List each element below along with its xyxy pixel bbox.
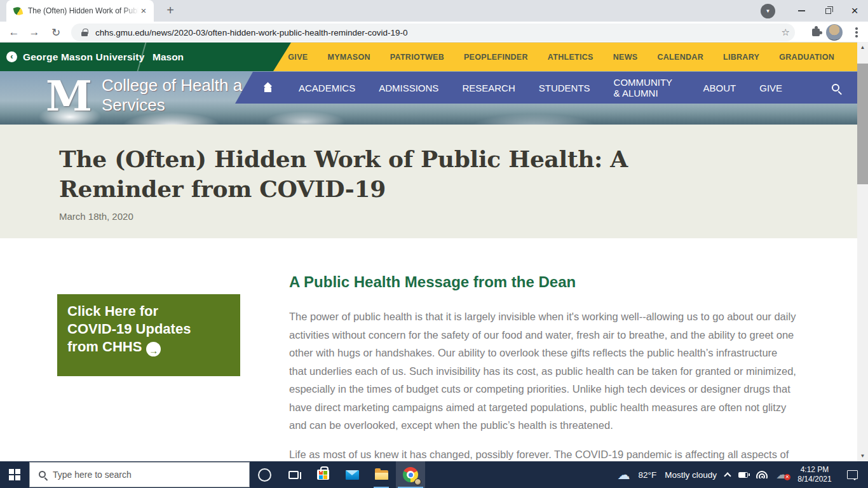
- url-text[interactable]: chhs.gmu.edu/news/2020-03/often-hidden-w…: [95, 28, 408, 37]
- mail-envelope-icon: [346, 470, 359, 480]
- search-icon: [39, 471, 46, 478]
- main-navigation: ACADEMICS ADMISSIONS RESEARCH STUDENTS C…: [235, 72, 857, 104]
- page-scrollbar[interactable]: ▲ ▼: [857, 42, 868, 461]
- browser-menu-kebab-icon[interactable]: [848, 24, 865, 41]
- home-icon[interactable]: [263, 84, 273, 92]
- topbar-link-patriotweb[interactable]: PATRIOTWEB: [390, 53, 444, 62]
- back-chevron-circle-icon[interactable]: ‹: [6, 51, 17, 62]
- extensions-puzzle-icon[interactable]: [807, 24, 825, 41]
- clock-time: 4:12 PM: [796, 465, 834, 475]
- action-center-icon[interactable]: [847, 470, 858, 479]
- store-bag-icon: [317, 470, 329, 480]
- window-restore-button[interactable]: [815, 0, 841, 22]
- https-lock-icon[interactable]: [81, 32, 88, 36]
- nav-item-about[interactable]: ABOUT: [703, 83, 736, 93]
- nav-item-give[interactable]: GIVE: [759, 83, 782, 93]
- covid-updates-cta-button[interactable]: Click Here for COVID-19 Updates from CHH…: [57, 294, 240, 376]
- profile-avatar[interactable]: [826, 24, 843, 41]
- page-title: The (Often) Hidden Work of Public Health…: [59, 144, 742, 204]
- browser-update-chevron-icon[interactable]: ▼: [761, 4, 775, 18]
- browser-toolbar: ← → ↻ chhs.gmu.edu/news/2020-03/often-hi…: [0, 22, 868, 43]
- new-tab-button[interactable]: +: [163, 3, 178, 18]
- system-tray: ☁ 82°F Mostly cloudy ☁✕ 4:12 PM 8/14/202…: [618, 465, 868, 484]
- weather-cloud-icon[interactable]: ☁: [618, 468, 630, 481]
- topbar-link-athletics[interactable]: ATHLETICS: [548, 53, 593, 62]
- onedrive-error-badge: ✕: [784, 474, 790, 480]
- paragraph-2: Life as most of us knew it has changed, …: [289, 445, 797, 462]
- task-view-icon: [288, 471, 299, 479]
- cta-label: Click Here for COVID-19 Updates from CHH…: [67, 303, 191, 355]
- tab-title: The (Often) Hidden Work of Publ: [28, 6, 139, 15]
- mason-site-link[interactable]: Mason: [153, 51, 184, 63]
- college-name[interactable]: College of Health a Services: [102, 76, 242, 115]
- scrollbar-up-arrow[interactable]: ▲: [857, 42, 868, 53]
- nav-item-academics[interactable]: ACADEMICS: [299, 83, 355, 93]
- windows-logo-icon: [9, 469, 20, 480]
- scrollbar-down-arrow[interactable]: ▼: [857, 451, 868, 461]
- section-heading: A Public Health Message from the Dean: [289, 273, 797, 291]
- address-bar[interactable]: chhs.gmu.edu/news/2020-03/often-hidden-w…: [71, 24, 795, 41]
- bookmark-star-icon[interactable]: ☆: [782, 27, 790, 38]
- article-content: Click Here for COVID-19 Updates from CHH…: [0, 238, 857, 461]
- browser-tab-strip: The (Often) Hidden Work of Publ × + ▼ ×: [0, 0, 868, 22]
- forward-button[interactable]: →: [25, 24, 43, 41]
- mason-m-logo[interactable]: M: [46, 72, 92, 119]
- window-minimize-button[interactable]: [788, 0, 815, 22]
- arrow-circle-icon: →: [146, 342, 161, 356]
- start-button[interactable]: [0, 461, 29, 488]
- nav-item-research[interactable]: RESEARCH: [462, 83, 515, 93]
- microsoft-store-button[interactable]: [308, 461, 337, 488]
- site-search-icon[interactable]: [832, 84, 839, 92]
- chrome-profile-badge: [414, 478, 421, 485]
- folder-icon: [375, 470, 388, 480]
- college-name-line1: College of Health a: [102, 76, 242, 95]
- topbar-link-peoplefinder[interactable]: PEOPLEFINDER: [464, 53, 528, 62]
- article-date: March 18th, 2020: [59, 211, 857, 222]
- university-name-link[interactable]: George Mason University: [23, 51, 145, 63]
- nav-item-community-alumni[interactable]: COMMUNITY & ALUMNI: [614, 77, 680, 98]
- page-viewport: APPLY GIVE MYMASON PATRIOTWEB PEOPLEFIND…: [0, 43, 857, 461]
- site-header-hero: M College of Health a Services ACADEMICS…: [0, 71, 857, 125]
- browser-tab[interactable]: The (Often) Hidden Work of Publ ×: [6, 0, 154, 22]
- paragraph-1: The power of public health is that it is…: [289, 308, 797, 435]
- topbar-link-give[interactable]: GIVE: [288, 53, 308, 62]
- weather-temp[interactable]: 82°F: [639, 470, 657, 480]
- window-close-button[interactable]: ×: [841, 0, 868, 22]
- weather-condition[interactable]: Mostly cloudy: [665, 470, 717, 480]
- topbar-link-mymason[interactable]: MYMASON: [327, 53, 370, 62]
- mail-button[interactable]: [337, 461, 367, 488]
- task-view-button[interactable]: [279, 461, 308, 488]
- site-favicon-leaf-icon: [13, 6, 23, 16]
- clock-date: 8/14/2021: [796, 475, 834, 484]
- tray-expand-chevron-icon[interactable]: [724, 472, 731, 479]
- article-title-band: The (Often) Hidden Work of Public Health…: [0, 125, 857, 238]
- mason-quick-links: APPLY GIVE MYMASON PATRIOTWEB PEOPLEFIND…: [241, 43, 834, 71]
- mason-top-bar: APPLY GIVE MYMASON PATRIOTWEB PEOPLEFIND…: [0, 43, 857, 71]
- topbar-link-library[interactable]: LIBRARY: [723, 53, 759, 62]
- nav-item-students[interactable]: STUDENTS: [539, 83, 590, 93]
- taskbar-clock[interactable]: 4:12 PM 8/14/2021: [796, 465, 834, 484]
- cortana-circle-icon: [258, 468, 271, 482]
- search-input[interactable]: [53, 470, 249, 480]
- topbar-link-calendar[interactable]: CALENDAR: [657, 53, 703, 62]
- college-name-line2: Services: [102, 95, 242, 115]
- nav-item-admissions[interactable]: ADMISSIONS: [379, 83, 438, 93]
- tab-close-icon[interactable]: ×: [139, 6, 149, 16]
- topbar-link-news[interactable]: NEWS: [613, 53, 638, 62]
- taskbar-search-box[interactable]: [29, 462, 250, 487]
- chrome-taskbar-button[interactable]: [396, 461, 425, 488]
- battery-icon[interactable]: [738, 472, 748, 478]
- windows-taskbar: ☁ 82°F Mostly cloudy ☁✕ 4:12 PM 8/14/202…: [0, 461, 868, 488]
- topbar-link-graduation[interactable]: GRADUATION: [779, 53, 834, 62]
- onedrive-icon[interactable]: ☁✕: [776, 470, 787, 480]
- mason-green-segment: ‹ George Mason University Mason: [0, 43, 291, 71]
- refresh-button[interactable]: ↻: [47, 24, 65, 41]
- back-button[interactable]: ←: [5, 24, 23, 41]
- wifi-icon[interactable]: [756, 471, 768, 478]
- cortana-button[interactable]: [250, 461, 279, 488]
- scrollbar-thumb[interactable]: [857, 64, 868, 184]
- file-explorer-button[interactable]: [367, 461, 396, 488]
